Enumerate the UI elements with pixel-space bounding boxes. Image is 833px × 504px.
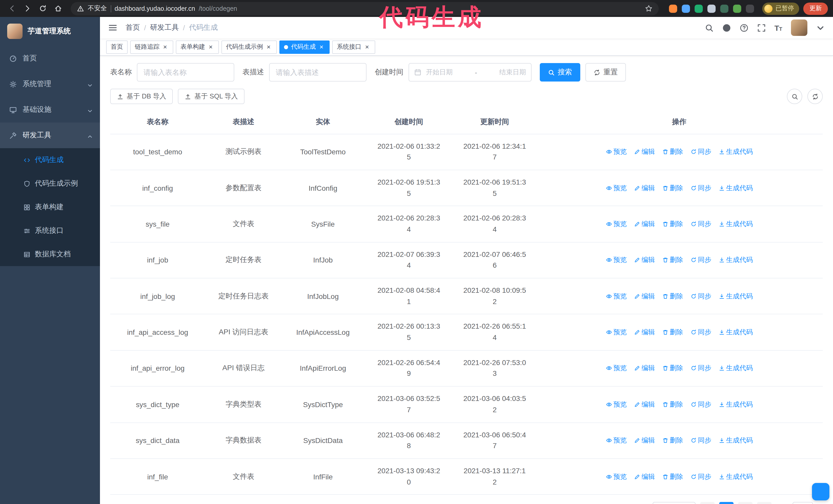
sync-link[interactable]: 同步 bbox=[690, 291, 711, 301]
prev-page-button[interactable] bbox=[700, 502, 715, 504]
sidebar-item-devtools[interactable]: 研发工具 bbox=[0, 123, 100, 148]
floating-widget[interactable] bbox=[812, 483, 829, 500]
generate-code-link[interactable]: 生成代码 bbox=[718, 256, 753, 265]
next-page-button[interactable] bbox=[757, 502, 771, 504]
edit-link[interactable]: 编辑 bbox=[634, 291, 655, 301]
profile-paused-chip[interactable]: 已暂停 bbox=[762, 2, 799, 15]
browser-update-button[interactable]: 更新 bbox=[803, 2, 828, 15]
fullscreen-icon[interactable] bbox=[757, 23, 766, 32]
date-range-picker[interactable]: 开始日期 - 结束日期 bbox=[408, 63, 531, 81]
close-icon[interactable]: × bbox=[318, 43, 325, 50]
generate-code-link[interactable]: 生成代码 bbox=[718, 400, 753, 409]
page-button-2[interactable]: 2 bbox=[738, 502, 753, 504]
delete-link[interactable]: 删除 bbox=[662, 256, 683, 265]
sidebar-item-infra[interactable]: 基础设施 bbox=[0, 97, 100, 123]
sidebar-item-codegen[interactable]: 代码生成 bbox=[0, 148, 100, 172]
preview-link[interactable]: 预览 bbox=[606, 291, 627, 301]
tab-home[interactable]: 首页 bbox=[106, 40, 128, 54]
bookmark-star-icon[interactable] bbox=[645, 5, 652, 12]
edit-link[interactable]: 编辑 bbox=[634, 436, 655, 445]
edit-link[interactable]: 编辑 bbox=[634, 183, 655, 193]
font-size-icon[interactable]: TT bbox=[774, 24, 782, 31]
extension-icon[interactable] bbox=[746, 4, 754, 13]
preview-link[interactable]: 预览 bbox=[606, 328, 627, 337]
delete-link[interactable]: 删除 bbox=[662, 328, 683, 337]
sidebar-item-home[interactable]: 首页 bbox=[0, 46, 100, 71]
edit-link[interactable]: 编辑 bbox=[634, 400, 655, 409]
sync-link[interactable]: 同步 bbox=[690, 400, 711, 409]
address-bar[interactable]: 不安全 dashboard.yudao.iocoder.cn/tool/code… bbox=[71, 2, 659, 15]
sync-link[interactable]: 同步 bbox=[690, 364, 711, 373]
sidebar-item-form-builder[interactable]: 表单构建 bbox=[0, 195, 100, 219]
chevron-down-icon[interactable] bbox=[816, 23, 825, 32]
delete-link[interactable]: 删除 bbox=[662, 183, 683, 193]
preview-link[interactable]: 预览 bbox=[606, 364, 627, 373]
delete-link[interactable]: 删除 bbox=[662, 436, 683, 445]
import-db-button[interactable]: 基于 DB 导入 bbox=[110, 89, 173, 104]
breadcrumb-item[interactable]: 研发工具 bbox=[150, 23, 179, 32]
extension-icon[interactable] bbox=[695, 4, 703, 13]
tab-trace[interactable]: 链路追踪× bbox=[130, 40, 173, 54]
sync-link[interactable]: 同步 bbox=[690, 219, 711, 229]
extension-icon[interactable] bbox=[720, 4, 729, 13]
sidebar-item-system[interactable]: 系统管理 bbox=[0, 71, 100, 97]
import-sql-button[interactable]: 基于 SQL 导入 bbox=[178, 89, 245, 104]
search-icon[interactable] bbox=[705, 23, 713, 32]
generate-code-link[interactable]: 生成代码 bbox=[718, 183, 753, 193]
tab-codegen[interactable]: 代码生成× bbox=[279, 40, 330, 54]
sync-link[interactable]: 同步 bbox=[690, 472, 711, 481]
search-button[interactable]: 搜索 bbox=[540, 63, 580, 81]
page-size-select[interactable]: 10条/页 bbox=[652, 502, 696, 504]
preview-link[interactable]: 预览 bbox=[606, 147, 627, 157]
preview-link[interactable]: 预览 bbox=[606, 400, 627, 409]
edit-link[interactable]: 编辑 bbox=[634, 364, 655, 373]
browser-reload-button[interactable] bbox=[36, 2, 49, 15]
help-icon[interactable] bbox=[739, 23, 748, 32]
sidebar-item-codegen-example[interactable]: 代码生成示例 bbox=[0, 172, 100, 195]
sync-link[interactable]: 同步 bbox=[690, 328, 711, 337]
sync-link[interactable]: 同步 bbox=[690, 147, 711, 157]
tab-form-builder[interactable]: 表单构建× bbox=[176, 40, 219, 54]
user-avatar[interactable] bbox=[791, 20, 807, 36]
preview-link[interactable]: 预览 bbox=[606, 472, 627, 481]
sidebar-item-db-doc[interactable]: 数据库文档 bbox=[0, 242, 100, 266]
refresh-table-button[interactable] bbox=[807, 89, 823, 104]
extension-icon[interactable] bbox=[708, 4, 716, 13]
edit-link[interactable]: 编辑 bbox=[634, 328, 655, 337]
generate-code-link[interactable]: 生成代码 bbox=[718, 219, 753, 229]
browser-forward-button[interactable] bbox=[21, 2, 34, 15]
preview-link[interactable]: 预览 bbox=[606, 436, 627, 445]
preview-link[interactable]: 预览 bbox=[606, 256, 627, 265]
sidebar-toggle-icon[interactable] bbox=[108, 23, 117, 32]
page-button-1[interactable]: 1 bbox=[719, 502, 734, 504]
tab-api-doc[interactable]: 系统接口× bbox=[332, 40, 375, 54]
close-icon[interactable]: × bbox=[363, 43, 371, 50]
generate-code-link[interactable]: 生成代码 bbox=[718, 436, 753, 445]
extension-icon[interactable] bbox=[733, 4, 741, 13]
breadcrumb-item[interactable]: 首页 bbox=[125, 23, 140, 32]
sync-link[interactable]: 同步 bbox=[690, 256, 711, 265]
edit-link[interactable]: 编辑 bbox=[634, 147, 655, 157]
tab-codegen-example[interactable]: 代码生成示例× bbox=[221, 40, 277, 54]
delete-link[interactable]: 删除 bbox=[662, 400, 683, 409]
github-icon[interactable] bbox=[722, 23, 731, 32]
preview-link[interactable]: 预览 bbox=[606, 183, 627, 193]
reset-button[interactable]: 重置 bbox=[586, 63, 626, 81]
browser-home-button[interactable] bbox=[51, 2, 65, 15]
delete-link[interactable]: 删除 bbox=[662, 147, 683, 157]
generate-code-link[interactable]: 生成代码 bbox=[718, 291, 753, 301]
extension-icon[interactable] bbox=[669, 4, 677, 13]
edit-link[interactable]: 编辑 bbox=[634, 472, 655, 481]
delete-link[interactable]: 删除 bbox=[662, 472, 683, 481]
sync-link[interactable]: 同步 bbox=[690, 436, 711, 445]
table-name-input[interactable] bbox=[137, 63, 234, 81]
edit-link[interactable]: 编辑 bbox=[634, 256, 655, 265]
generate-code-link[interactable]: 生成代码 bbox=[718, 328, 753, 337]
goto-page-input[interactable] bbox=[792, 502, 813, 504]
generate-code-link[interactable]: 生成代码 bbox=[718, 472, 753, 481]
generate-code-link[interactable]: 生成代码 bbox=[718, 364, 753, 373]
breadcrumb-item[interactable]: 代码生成 bbox=[189, 23, 218, 32]
extension-icon[interactable] bbox=[682, 4, 690, 13]
sidebar-item-api-doc[interactable]: 系统接口 bbox=[0, 219, 100, 242]
edit-link[interactable]: 编辑 bbox=[634, 219, 655, 229]
